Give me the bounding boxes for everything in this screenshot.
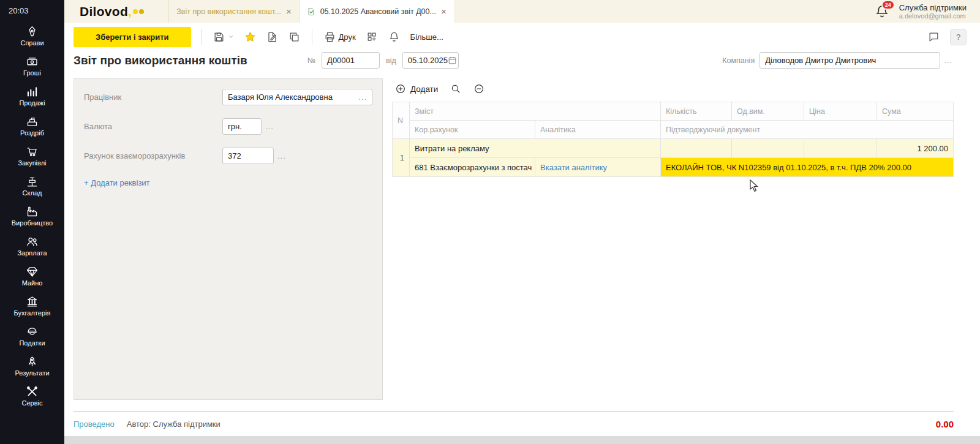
toolbar-divider (201, 29, 202, 45)
title-row: Звіт про використання коштів № Д00001 ві… (64, 51, 980, 75)
sidebar-item-label: Закупівлі (18, 159, 46, 167)
row-number-cell: 1 (393, 139, 410, 177)
user-email: a.delovod@gmail.com (899, 12, 967, 20)
search-rows-button[interactable] (450, 83, 461, 94)
company-label: Компанія (722, 56, 755, 65)
sum-cell[interactable]: 1 200.00 (877, 139, 954, 158)
reminder-button[interactable] (386, 29, 402, 45)
price-cell[interactable] (804, 139, 877, 158)
comments-button[interactable] (926, 29, 941, 45)
main-area: Dilovod, Звіт про використання кошт... ×… (64, 0, 980, 444)
tab-expense-report-list[interactable]: Звіт про використання кошт... × (168, 0, 299, 23)
copy-icon (288, 31, 300, 43)
tab-close-icon[interactable]: × (441, 7, 447, 16)
unit-cell[interactable] (732, 139, 804, 158)
settlement-account-field[interactable]: 372 (222, 148, 274, 164)
qty-cell[interactable] (661, 139, 732, 158)
logo-dot (139, 9, 144, 14)
column-header-n[interactable]: N (393, 102, 410, 139)
sidebar-item-label: Сервіс (22, 399, 43, 407)
date-value: 05.10.2025 (408, 56, 448, 65)
copy-button[interactable] (287, 29, 302, 45)
user-account[interactable]: Служба підтримки a.delovod@gmail.com (899, 3, 967, 20)
print-button[interactable]: Друк (322, 29, 358, 45)
column-header-qty[interactable]: Кількість (661, 102, 732, 121)
employee-picker-button[interactable]: ... (353, 92, 367, 102)
grid-plus-icon (366, 31, 378, 43)
notification-badge: 24 (881, 0, 895, 10)
account-cell[interactable]: 681 Взаєморозрахунки з постач (410, 158, 535, 177)
sidebar-item-purchases[interactable]: Закупівлі (0, 141, 64, 171)
analytics-cell[interactable]: Вказати аналітику (535, 158, 661, 177)
column-header-content[interactable]: Зміст (410, 102, 661, 121)
notifications-button[interactable]: 24 (875, 4, 889, 19)
set-analytics-link[interactable]: Вказати аналітику (540, 163, 607, 172)
sidebar-item-warehouse[interactable]: Склад (0, 171, 64, 201)
column-header-sum[interactable]: Сума (877, 102, 954, 121)
favorite-button[interactable] (243, 29, 258, 45)
calendar-icon[interactable] (448, 56, 457, 65)
column-header-document[interactable]: Підтверджуючий документ (661, 121, 954, 139)
form-row-employee: Працівник Базаря Юля Александровна ... (84, 89, 372, 105)
sidebar-item-cases[interactable]: Справи (0, 21, 64, 51)
table-row: 681 Взаєморозрахунки з постач Вказати ан… (393, 158, 954, 177)
sidebar-item-label: Виробництво (12, 219, 53, 227)
column-header-analytics[interactable]: Аналітика (535, 121, 661, 139)
sidebar-item-results[interactable]: Результати (0, 351, 64, 381)
company-field[interactable]: Діловодов Дмитро Дмитрович (760, 52, 940, 69)
tab-close-icon[interactable]: × (286, 7, 292, 16)
column-header-price[interactable]: Ціна (804, 102, 877, 121)
widgets-button[interactable] (364, 29, 380, 45)
more-button[interactable]: Більше... (409, 31, 445, 43)
account-picker-button[interactable]: ... (277, 151, 286, 160)
sidebar-item-property[interactable]: Майно (0, 261, 64, 291)
author-label: Автор: Служба підтримки (127, 420, 221, 429)
document-check-icon (307, 7, 315, 16)
sidebar-item-service[interactable]: Сервіс (0, 381, 64, 411)
factory-icon (26, 205, 39, 218)
add-requisite-link[interactable]: + Додати реквізит (84, 178, 150, 187)
toolbar-divider (312, 29, 312, 45)
employee-label: Працівник (84, 92, 222, 102)
sidebar-item-sales[interactable]: Продажі (0, 81, 64, 111)
remove-row-button[interactable] (473, 83, 484, 94)
column-header-unit[interactable]: Од.вим. (732, 102, 804, 121)
sidebar-item-salary[interactable]: Зарплата (0, 231, 64, 261)
table-row: 1 Витрати на рекламу 1 200.00 (393, 139, 954, 158)
user-name: Служба підтримки (899, 3, 967, 12)
topbar-right: 24 Служба підтримки a.delovod@gmail.com (875, 0, 980, 23)
save-close-button[interactable]: Зберегти і закрити (74, 27, 191, 47)
add-row-button[interactable]: Додати (395, 83, 438, 94)
circle-minus-icon (473, 83, 484, 94)
column-header-account[interactable]: Кор.рахунок (410, 121, 535, 139)
help-button[interactable]: ? (950, 29, 967, 45)
topbar: Dilovod, Звіт про використання кошт... ×… (64, 0, 980, 23)
bar-chart-icon (26, 85, 39, 98)
employee-field[interactable]: Базаря Юля Александровна ... (222, 89, 372, 105)
currency-field[interactable]: грн. (222, 118, 262, 135)
posted-status-link[interactable]: Проведено (74, 420, 115, 429)
document-date-field[interactable]: 05.10.2025 (402, 52, 459, 69)
content-cell[interactable]: Витрати на рекламу (410, 139, 661, 158)
total-amount: 0.00 (936, 419, 954, 429)
tab-advance-report-document[interactable]: 05.10.2025 Авансовий звіт Д00... × (300, 0, 454, 23)
save-dropdown-button[interactable] (211, 29, 236, 45)
dilovod-logo[interactable]: Dilovod, (64, 0, 168, 23)
sidebar-item-taxes[interactable]: Податки (0, 321, 64, 351)
more-label: Більше... (410, 32, 443, 42)
sidebar-item-money[interactable]: Гроші (0, 51, 64, 81)
sidebar-item-accounting[interactable]: Бухгалтерія (0, 291, 64, 321)
sidebar-item-retail[interactable]: Роздріб (0, 111, 64, 141)
sidebar-item-label: Гроші (23, 69, 41, 77)
rocket-icon (26, 355, 39, 368)
print-label: Друк (339, 32, 356, 42)
currency-picker-button[interactable]: ... (265, 122, 274, 131)
company-picker-button[interactable]: ... (944, 56, 952, 65)
save-icon (213, 31, 225, 43)
edit-document-button[interactable] (265, 29, 280, 45)
document-number-field[interactable]: Д00001 (322, 52, 380, 69)
window-bottom-strip (64, 436, 980, 444)
comment-icon (928, 31, 940, 43)
confirming-document-cell[interactable]: ЕКОЛАЙН ТОВ, ЧК N102359 від 01.10.2025, … (661, 158, 954, 177)
sidebar-item-production[interactable]: Виробництво (0, 201, 64, 231)
